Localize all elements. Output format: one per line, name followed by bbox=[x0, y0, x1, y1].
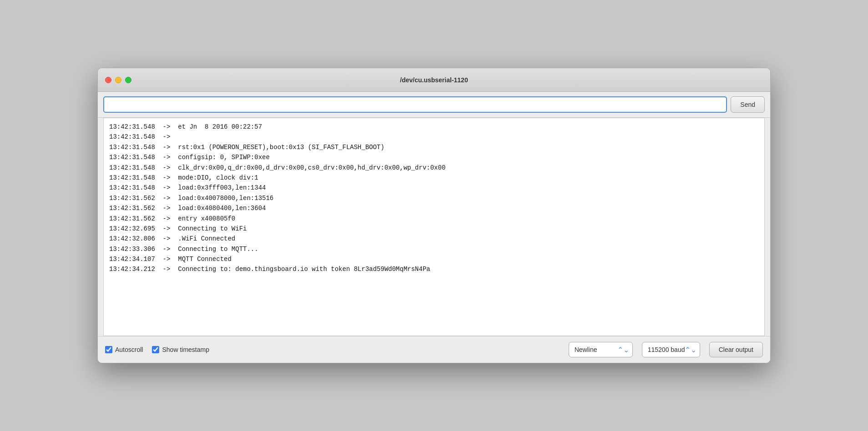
show-timestamp-label[interactable]: Show timestamp bbox=[162, 346, 209, 353]
baud-select-wrapper: 300 baud1200 baud2400 baud4800 baud9600 … bbox=[642, 342, 700, 357]
newline-select[interactable]: NewlineNo line endingCarriage returnBoth… bbox=[569, 342, 633, 357]
maximize-button[interactable] bbox=[125, 77, 131, 83]
autoscroll-group: Autoscroll bbox=[105, 346, 143, 353]
output-line: 13:42:31.562 -> entry x400805f0 bbox=[109, 214, 759, 224]
output-line: 13:42:31.548 -> configsip: 0, SPIWP:0xee bbox=[109, 152, 759, 162]
window-title: /dev/cu.usbserial-1120 bbox=[400, 76, 468, 84]
output-line: 13:42:31.562 -> load:0x4080400,len:3604 bbox=[109, 203, 759, 213]
autoscroll-label[interactable]: Autoscroll bbox=[115, 346, 143, 353]
output-line: 13:42:33.306 -> Connecting to MQTT... bbox=[109, 244, 759, 254]
autoscroll-checkbox[interactable] bbox=[105, 346, 112, 353]
show-timestamp-group: Show timestamp bbox=[152, 346, 209, 353]
close-button[interactable] bbox=[105, 77, 111, 83]
window-controls bbox=[105, 77, 131, 83]
output-line: 13:42:31.548 -> rst:0x1 (POWERON_RESET),… bbox=[109, 142, 759, 152]
output-area[interactable]: 13:42:31.548 -> et Jn 8 2016 00:22:5713:… bbox=[103, 118, 765, 336]
output-line: 13:42:34.107 -> MQTT Connected bbox=[109, 254, 759, 264]
serial-input[interactable] bbox=[103, 96, 727, 113]
output-line: 13:42:32.806 -> .WiFi Connected bbox=[109, 234, 759, 244]
output-line: 13:42:31.548 -> load:0x3fff003,len:1344 bbox=[109, 183, 759, 193]
titlebar: /dev/cu.usbserial-1120 bbox=[98, 68, 770, 92]
output-line: 13:42:34.212 -> Connecting to: demo.thin… bbox=[109, 264, 759, 274]
newline-select-wrapper: NewlineNo line endingCarriage returnBoth… bbox=[569, 342, 633, 357]
clear-output-button[interactable]: Clear output bbox=[709, 342, 763, 357]
output-line: 13:42:31.562 -> load:0x40078000,len:1351… bbox=[109, 193, 759, 203]
footer: Autoscroll Show timestamp NewlineNo line… bbox=[98, 336, 770, 363]
baud-select[interactable]: 300 baud1200 baud2400 baud4800 baud9600 … bbox=[642, 342, 700, 357]
output-line: 13:42:31.548 -> bbox=[109, 132, 759, 142]
output-line: 13:42:31.548 -> et Jn 8 2016 00:22:57 bbox=[109, 122, 759, 132]
output-line: 13:42:31.548 -> clk_drv:0x00,q_dr:0x00,d… bbox=[109, 163, 759, 173]
main-window: /dev/cu.usbserial-1120 Send 13:42:31.548… bbox=[97, 68, 771, 363]
output-line: 13:42:31.548 -> mode:DIO, clock div:1 bbox=[109, 173, 759, 183]
minimize-button[interactable] bbox=[115, 77, 121, 83]
output-line: 13:42:32.695 -> Connecting to WiFi bbox=[109, 224, 759, 234]
toolbar: Send bbox=[98, 92, 770, 118]
show-timestamp-checkbox[interactable] bbox=[152, 346, 159, 353]
send-button[interactable]: Send bbox=[731, 96, 765, 113]
